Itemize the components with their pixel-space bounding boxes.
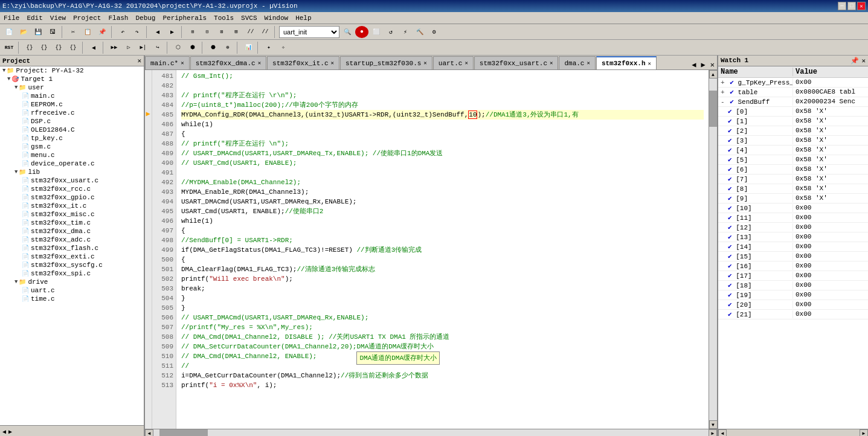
debug-stop-btn[interactable]: ⬜	[370, 26, 383, 38]
debug-flash-btn[interactable]: ⚡	[399, 26, 412, 38]
file-stm-misc[interactable]: stm32f0xx_misc.c	[0, 210, 144, 219]
file-stm-tim[interactable]: stm32f0xx_tim.c	[0, 219, 144, 227]
menu-file[interactable]: File	[0, 14, 23, 22]
tab-close-stm-h[interactable]: ✕	[648, 60, 651, 67]
expand-sendbuff[interactable]: -	[721, 98, 725, 106]
menu-project[interactable]: Project	[69, 14, 104, 22]
watch-row-sb13[interactable]: ✔ [13] 0x00	[718, 232, 868, 242]
tab-stm-h[interactable]: stm32f0xx.h ✕	[596, 56, 657, 69]
file-stm-exti[interactable]: stm32f0xx_exti.c	[0, 252, 144, 261]
t2-btn5[interactable]: ↪	[151, 42, 164, 54]
scroll-left-btn[interactable]: ◀	[2, 428, 6, 435]
watch-row-sb16[interactable]: ✔ [16] 0x00	[718, 261, 868, 271]
redo-btn[interactable]: ↷	[130, 26, 144, 38]
tab-close-all[interactable]: ✕	[708, 60, 717, 69]
watch-row-sb19[interactable]: ✔ [19] 0x00	[718, 290, 868, 300]
t2-btn11[interactable]: ✦	[262, 42, 275, 54]
file-stm-rcc[interactable]: stm32f0xx_rcc.c	[0, 185, 144, 193]
menu-edit[interactable]: Edit	[23, 14, 46, 22]
debug-reset-btn[interactable]: ↺	[384, 26, 397, 38]
file-stm-dma[interactable]: stm32f0xx_dma.c	[0, 227, 144, 236]
bookmark-next-btn[interactable]: ⊟	[201, 26, 214, 38]
scroll-down-btn[interactable]: ▼	[709, 420, 718, 429]
file-stm-spi[interactable]: stm32f0xx_spi.c	[0, 269, 144, 278]
watch-row-gtpkey[interactable]: + ✔ g_TpKey_Press_Up 0x00	[718, 78, 868, 88]
watch-hscroll-right[interactable]: ▶	[860, 429, 868, 437]
tab-main-c[interactable]: main.c* ✕	[145, 56, 190, 69]
tab-close-main[interactable]: ✕	[181, 60, 184, 66]
tab-scroll-left[interactable]: ◀	[689, 60, 698, 69]
file-gsm[interactable]: gsm.c	[0, 143, 144, 151]
watch-row-sb20[interactable]: ✔ [20] 0x00	[718, 300, 868, 310]
tab-it-c[interactable]: stm32f0xx_it.c ✕	[267, 56, 339, 69]
t2-btn10[interactable]: 📊	[242, 42, 255, 54]
watch-row-sb2[interactable]: ✔ [2] 0x58 'X'	[718, 126, 868, 136]
file-time[interactable]: time.c	[0, 295, 144, 303]
watch-close-btn[interactable]: ✕	[861, 57, 866, 65]
watch-row-sb9[interactable]: ✔ [9] 0x58 'X'	[718, 194, 868, 204]
hscroll-right[interactable]: ▶	[709, 429, 717, 437]
file-device[interactable]: device_operate.c	[0, 159, 144, 168]
tab-close-startup[interactable]: ✕	[423, 60, 426, 66]
watch-row-sb18[interactable]: ✔ [18] 0x00	[718, 281, 868, 290]
undo-btn[interactable]: ↶	[116, 26, 129, 38]
file-stm-flash[interactable]: stm32f0xx_flash.c	[0, 244, 144, 252]
watch-row-sb8[interactable]: ✔ [8] 0x58 'X'	[718, 184, 868, 194]
watch-row-sb21[interactable]: ✔ [21] 0x00	[718, 310, 868, 319]
copy-btn[interactable]: 📋	[81, 26, 94, 38]
watch-row-sendbuff[interactable]: - ✔ SendBuff 0x20000234 Senc	[718, 97, 868, 107]
watch-row-sb17[interactable]: ✔ [17] 0x00	[718, 271, 868, 281]
project-root[interactable]: ▼ 📁 Project: PY-A1-32	[0, 66, 144, 75]
file-stm-adc[interactable]: stm32f0xx_adc.c	[0, 236, 144, 244]
file-dsp[interactable]: DSP.c	[0, 117, 144, 126]
tab-close-dma2[interactable]: ✕	[587, 60, 590, 66]
t2-btn8[interactable]: ⬣	[207, 42, 220, 54]
t2-btn6[interactable]: ⬡	[172, 42, 185, 54]
save-btn[interactable]: 💾	[31, 26, 45, 38]
tab-dma2-c[interactable]: dma.c ✕	[559, 56, 595, 69]
tab-usart-c[interactable]: stm32f0xx_usart.c ✕	[474, 56, 559, 69]
tab-uart-c[interactable]: uart.c ✕	[433, 56, 474, 69]
new-btn[interactable]: 📄	[2, 26, 16, 38]
watch-row-sb1[interactable]: ✔ [1] 0x58 'X'	[718, 117, 868, 126]
project-close-btn[interactable]: ✕	[137, 57, 141, 65]
watch-row-sb12[interactable]: ✔ [12] 0x00	[718, 223, 868, 232]
tab-close-uart[interactable]: ✕	[465, 60, 468, 66]
menu-window[interactable]: Window	[261, 14, 292, 22]
function-dropdown[interactable]: uart_init	[279, 26, 339, 38]
watch-hscroll-left[interactable]: ◀	[718, 429, 727, 437]
rst-btn[interactable]: RST	[2, 42, 16, 54]
menu-svcs[interactable]: SVCS	[237, 14, 260, 22]
watch-pin-btn[interactable]: 📌	[850, 57, 859, 65]
expand-table[interactable]: +	[721, 89, 725, 96]
bookmark-btn[interactable]: ⊞	[186, 26, 199, 38]
watch-row-sb4[interactable]: ✔ [4] 0x58 'X'	[718, 146, 868, 155]
brace3-btn[interactable]: {}	[52, 42, 65, 54]
watch-row-sb7[interactable]: ✔ [7] 0x58 'X'	[718, 175, 868, 184]
tab-close-it[interactable]: ✕	[331, 60, 334, 66]
lib-folder[interactable]: ▼ lib	[0, 168, 144, 176]
nav-back-btn[interactable]: ◀	[151, 26, 164, 38]
menu-debug[interactable]: Debug	[132, 14, 159, 22]
menu-peripherals[interactable]: Peripherals	[159, 14, 210, 22]
scroll-up-btn[interactable]: ▲	[709, 70, 718, 79]
brace2-btn[interactable]: {}	[37, 42, 51, 54]
hscroll-left[interactable]: ◀	[145, 429, 153, 437]
watch-row-sb3[interactable]: ✔ [3] 0x58 'X'	[718, 136, 868, 146]
vscrollbar[interactable]: ▲ ▼	[709, 70, 717, 429]
debug-go-btn[interactable]: ●	[355, 26, 368, 38]
t2-btn3[interactable]: ▷	[122, 42, 135, 54]
maximize-button[interactable]: □	[847, 2, 856, 10]
target-1[interactable]: ▼ 🎯 Target 1	[0, 75, 144, 83]
t2-btn1[interactable]: ◀	[87, 42, 100, 54]
debug-build-btn[interactable]: 🔨	[413, 26, 426, 38]
comment-btn[interactable]: //	[244, 26, 257, 38]
tab-dma-c[interactable]: stm32f0xx_dma.c ✕	[190, 56, 266, 69]
tab-close-usart[interactable]: ✕	[550, 60, 553, 66]
t2-btn4[interactable]: ▶|	[137, 42, 150, 54]
tab-close-dma[interactable]: ✕	[258, 60, 261, 66]
t2-btn9[interactable]: ⊕	[221, 42, 234, 54]
minimize-button[interactable]: ─	[838, 2, 846, 10]
cut-btn[interactable]: ✂	[66, 26, 80, 38]
scroll-right-btn[interactable]: ▶	[8, 428, 12, 435]
